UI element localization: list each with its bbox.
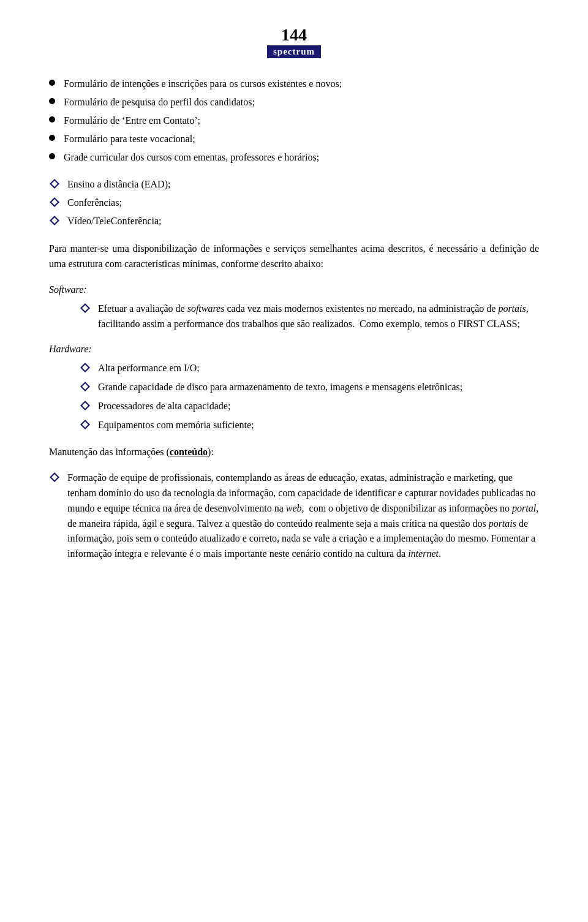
software-section: Software: Efetuar a avaliação de softwar… — [49, 284, 539, 332]
diamond-icon — [80, 381, 91, 392]
hardware-item-text: Grande capacidade de disco para armazena… — [98, 380, 539, 395]
bullet-circle-icon — [49, 153, 55, 159]
hardware-section: Hardware: Alta performance em I/O; — [49, 344, 539, 433]
software-list: Efetuar a avaliação de softwares cada ve… — [80, 301, 539, 332]
list-item: Conferências; — [49, 195, 539, 210]
hardware-item-text: Processadores de alta capacidade; — [98, 399, 539, 414]
bullet-circle-icon — [49, 135, 55, 141]
bullet-circle-icon — [49, 116, 55, 123]
list-item: Formulário de pesquisa do perfil dos can… — [49, 95, 539, 110]
paragraph-intro: Para manter-se uma disponibilização de i… — [49, 241, 539, 272]
hardware-list-item: Alta performance em I/O; — [80, 361, 539, 376]
page-title: spectrum — [267, 45, 321, 58]
maintenance-text: Formação de equipe de profissionais, con… — [67, 470, 539, 562]
maintenance-heading-plain: Manutenção das informações ( — [49, 447, 170, 457]
diamond-icon — [80, 419, 91, 430]
hardware-list: Alta performance em I/O; Grande capacida… — [80, 361, 539, 433]
list-item: Ensino a distância (EAD); — [49, 177, 539, 192]
maintenance-heading: Manutenção das informações (conteúdo): — [49, 444, 539, 460]
page-number: 144 — [49, 25, 539, 45]
diamond-bullet-list-top: Ensino a distância (EAD); Conferências; … — [49, 177, 539, 229]
maintenance-list: Formação de equipe de profissionais, con… — [49, 470, 539, 562]
hardware-label: Hardware: — [49, 344, 539, 355]
list-item-text: Ensino a distância (EAD); — [67, 177, 539, 192]
list-item: Formulário para teste vocacional; — [49, 132, 539, 146]
software-label: Software: — [49, 284, 539, 295]
list-item-text: Formulário de pesquisa do perfil dos can… — [64, 95, 539, 110]
software-content: Efetuar a avaliação de softwares cada ve… — [49, 301, 539, 332]
list-item: Formulário de intenções e inscrições par… — [49, 77, 539, 91]
list-item-text: Grade curricular dos cursos com ementas,… — [64, 150, 539, 165]
list-item: Formulário de ‘Entre em Contato’; — [49, 113, 539, 128]
hardware-item-text: Equipamentos com memória suficiente; — [98, 418, 539, 433]
hardware-item-text: Alta performance em I/O; — [98, 361, 539, 376]
circle-bullet-list: Formulário de intenções e inscrições par… — [49, 77, 539, 165]
hardware-list-item: Processadores de alta capacidade; — [80, 399, 539, 414]
maintenance-list-item: Formação de equipe de profissionais, con… — [49, 470, 539, 562]
diamond-icon — [80, 400, 91, 411]
software-list-item: Efetuar a avaliação de softwares cada ve… — [80, 301, 539, 332]
list-item-text: Formulário de intenções e inscrições par… — [64, 77, 539, 91]
hardware-list-item: Equipamentos com memória suficiente; — [80, 418, 539, 433]
hardware-content: Alta performance em I/O; Grande capacida… — [49, 361, 539, 433]
list-item-text: Formulário de ‘Entre em Contato’; — [64, 113, 539, 128]
main-content: Formulário de intenções e inscrições par… — [49, 77, 539, 562]
list-item-text: Vídeo/TeleConferência; — [67, 214, 539, 229]
list-item-text: Formulário para teste vocacional; — [64, 132, 539, 146]
diamond-icon — [49, 215, 60, 226]
diamond-icon — [80, 362, 91, 373]
diamond-icon — [49, 197, 60, 208]
maintenance-heading-end: ): — [208, 447, 214, 457]
diamond-icon — [49, 178, 60, 189]
hardware-list-item: Grande capacidade de disco para armazena… — [80, 380, 539, 395]
list-item-text: Conferências; — [67, 195, 539, 210]
diamond-icon — [49, 472, 60, 483]
maintenance-heading-bold: conteúdo — [170, 447, 208, 457]
software-text: Efetuar a avaliação de softwares cada ve… — [98, 301, 539, 332]
page-header: 144 spectrum — [49, 25, 539, 58]
bullet-circle-icon — [49, 80, 55, 86]
maintenance-section: Manutenção das informações (conteúdo): F… — [49, 444, 539, 562]
list-item: Grade curricular dos cursos com ementas,… — [49, 150, 539, 165]
list-item: Vídeo/TeleConferência; — [49, 214, 539, 229]
diamond-icon — [80, 303, 91, 314]
bullet-circle-icon — [49, 98, 55, 104]
